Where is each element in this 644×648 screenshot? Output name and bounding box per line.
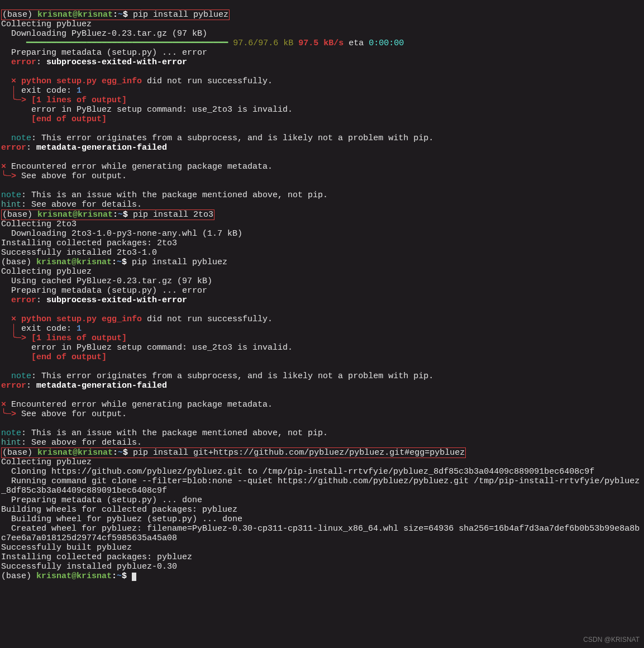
arrow-icon: ╰─> <box>1 409 16 419</box>
line: Using cached PyBluez-0.23.tar.gz (97 kB) <box>1 277 212 286</box>
line: Successfully installed pybluez-0.30 <box>1 562 177 571</box>
error-label: error <box>11 58 36 67</box>
hint-label: hint <box>1 200 21 209</box>
line: error in PyBluez setup command: use_2to3… <box>1 343 293 352</box>
cross-icon: × <box>1 315 21 324</box>
watermark: CSDN @KRISNAT <box>583 635 640 645</box>
cross-icon: × <box>1 162 6 171</box>
cross-icon: × <box>1 400 6 409</box>
command-1: pip install pybluez <box>133 10 228 20</box>
line: Collecting pybluez <box>1 267 92 277</box>
line: [end of output] <box>1 115 107 124</box>
arrow-icon: ╰─> <box>1 171 16 181</box>
line: Downloading PyBluez-0.23.tar.gz (97 kB) <box>1 29 207 39</box>
note-label: note <box>11 134 31 143</box>
hint-label: hint <box>1 438 21 447</box>
note-label: note <box>1 190 21 200</box>
arrow-icon: ╰─> <box>1 96 31 105</box>
error-label: error <box>1 381 26 390</box>
error-label: error <box>11 296 36 305</box>
line: Successfully built pybluez <box>1 543 132 552</box>
line: Building wheel for pybluez (setup.py) ..… <box>1 514 242 524</box>
cross-icon: × <box>1 77 21 86</box>
highlight-box-3: (base) krisnat@krisnat:~$ pip install gi… <box>1 447 466 458</box>
terminal-output: (base) krisnat@krisnat:~$ pip install py… <box>0 0 644 581</box>
arrow-icon: ╰─> <box>1 333 31 343</box>
line: Installing collected packages: 2to3 <box>1 239 177 248</box>
line: Collecting pybluez <box>1 458 92 467</box>
line: Successfully installed 2to3-1.0 <box>1 248 157 258</box>
line: Preparing metadata (setup.py) ... error <box>1 286 207 296</box>
command-2: pip install 2to3 <box>133 210 213 220</box>
note-label: note <box>1 428 21 438</box>
line: Running command git clone --filter=blob:… <box>1 477 643 495</box>
line: Installing collected packages: pybluez <box>1 552 192 562</box>
command-4: pip install git+https://github.com/pyblu… <box>133 448 465 458</box>
progress-bar: ━━━━━━━━━━━━━━━━━━━━━━━━━━━━━━━━━━━━━━━━ <box>1 39 228 48</box>
line: Collecting pybluez <box>1 20 92 29</box>
line: Cloning https://github.com/pybluez/pyblu… <box>1 467 594 477</box>
line: Created wheel for pybluez: filename=PyBl… <box>1 524 643 543</box>
line: error in PyBluez setup command: use_2to3… <box>1 105 293 115</box>
highlight-box-1: (base) krisnat@krisnat:~$ pip install py… <box>1 9 230 20</box>
line: Collecting 2to3 <box>1 220 77 229</box>
prompt-user: krisnat@krisnat <box>37 10 113 20</box>
highlight-box-2: (base) krisnat@krisnat:~$ pip install 2t… <box>1 209 214 220</box>
error-label: error <box>1 143 26 153</box>
line: Downloading 2to3-1.0-py3-none-any.whl (1… <box>1 229 242 239</box>
line: [end of output] <box>1 352 107 362</box>
command-3: pip install pybluez <box>132 258 227 267</box>
prompt-base: (base) <box>2 10 37 20</box>
cursor[interactable] <box>132 573 136 581</box>
note-label: note <box>11 371 31 381</box>
line: Preparing metadata (setup.py) ... done <box>1 495 202 505</box>
line: Building wheels for collected packages: … <box>1 505 237 514</box>
line: Preparing metadata (setup.py) ... error <box>1 48 207 58</box>
